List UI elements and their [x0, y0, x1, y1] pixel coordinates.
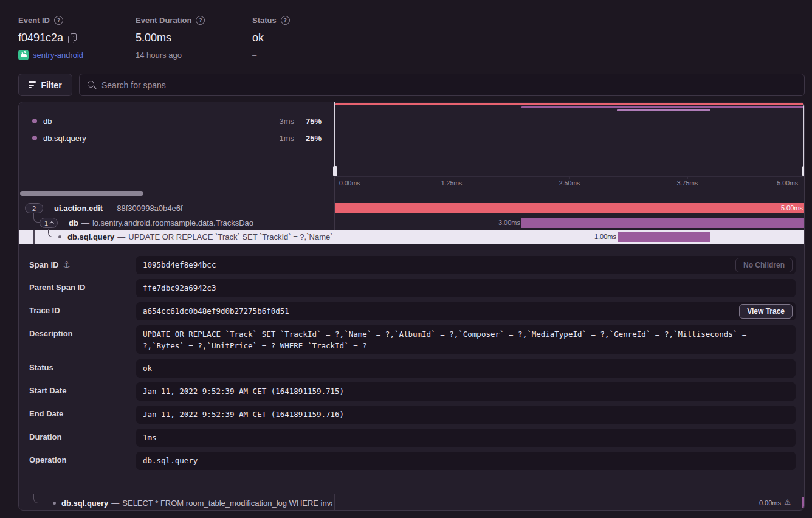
operation-value: db.sql.query	[143, 456, 198, 465]
event-id-value-row: f0491c2a	[18, 31, 83, 44]
legend-dot-icon	[32, 119, 37, 123]
span-bar-duration: 5.00ms	[781, 203, 803, 213]
legend-duration: 1ms	[252, 134, 294, 143]
android-platform-icon	[18, 50, 29, 60]
tree-connector-elbow	[33, 494, 52, 503]
span-desc: 88f300998a0b4e6f	[117, 204, 182, 213]
detail-label-duration: Duration	[29, 432, 61, 441]
span-op: db	[69, 218, 78, 227]
scroll-row-border	[19, 187, 805, 187]
badge-count: 2	[32, 205, 36, 212]
event-id-label: Event ID	[18, 15, 83, 26]
span-search	[79, 74, 805, 96]
minimap-span-db-sql-query	[617, 109, 710, 111]
axis-label-0: 0.00ms	[339, 179, 360, 187]
warning-icon: ⚠	[784, 498, 791, 506]
trace-view-panel: db 3ms 75% db.sql.query 1ms 25% 0.00ms 1…	[18, 102, 805, 511]
detail-label-text: Span ID	[29, 260, 58, 269]
detail-label-text: Duration	[29, 432, 61, 441]
detail-label-description: Description	[29, 329, 73, 338]
search-input[interactable]	[102, 80, 797, 90]
end-date-value: Jan 11, 2022 9:52:39 AM CET (1641891159.…	[143, 410, 344, 419]
span-dot-icon	[53, 502, 56, 505]
horizontal-scrollbar[interactable]	[20, 191, 143, 196]
span-row-db[interactable]: 1 db — io.sentry.android.roomsample.data…	[19, 215, 805, 230]
span-detail-page: Event ID f0491c2a sentry-android Event D…	[0, 0, 812, 518]
legend-duration: 3ms	[252, 117, 294, 126]
tree-connector	[33, 230, 35, 244]
event-id-value: f0491c2a	[18, 32, 63, 44]
status-value: ok	[252, 32, 264, 44]
event-id-label-text: Event ID	[18, 16, 50, 25]
minimap-span-db	[521, 106, 804, 108]
span-row-db-sql-query-select[interactable]: db.sql.query — SELECT * FROM room_table_…	[19, 494, 805, 511]
detail-label-text: Start Date	[29, 386, 66, 395]
parent-span-id-value: ffe7dbc92a6942c3	[143, 283, 216, 292]
status-label: Status	[252, 15, 290, 26]
detail-label-text: Operation	[29, 455, 66, 464]
anchor-icon[interactable]: ⚓	[63, 260, 71, 269]
view-trace-button[interactable]: View Trace	[739, 304, 793, 319]
event-duration-label: Event Duration	[136, 15, 205, 26]
legend-op: db.sql.query	[43, 134, 86, 143]
copy-icon[interactable]	[68, 33, 76, 43]
project-link[interactable]: sentry-android	[33, 50, 83, 60]
status-sub: –	[252, 50, 256, 60]
span-op: ui.action.edit	[54, 204, 103, 213]
tree-connector-elbow	[48, 229, 57, 237]
detail-label-text: Trace ID	[29, 306, 60, 315]
filter-button[interactable]: Filter	[18, 74, 72, 96]
detail-label-span-id: Span ID ⚓	[29, 260, 71, 269]
dash-separator: —	[111, 499, 119, 508]
minimap-span-ui-action-edit	[335, 103, 804, 105]
legend-item-db[interactable]: db 3ms 75%	[19, 112, 334, 130]
span-row-ui-action-edit[interactable]: 2 ui.action.edit — 88f300998a0b4e6f 5.00…	[19, 201, 805, 215]
detail-value-duration: 1ms	[136, 429, 796, 447]
description-value: UPDATE OR REPLACE `Track` SET `TrackId` …	[143, 330, 746, 350]
dash-separator: —	[81, 218, 89, 227]
legend-percent: 25%	[295, 134, 322, 143]
span-op: db.sql.query	[61, 499, 108, 508]
axis-label-3: 3.75ms	[672, 179, 703, 187]
event-duration-label-text: Event Duration	[136, 16, 191, 25]
detail-label-end-date: End Date	[29, 409, 63, 418]
minimap-right-grip[interactable]	[802, 166, 805, 176]
detail-label-trace-id: Trace ID	[29, 306, 60, 315]
status-label-text: Status	[252, 16, 277, 25]
status-detail-value: ok	[143, 364, 152, 373]
span-row-db-sql-query-selected[interactable]: db.sql.query — UPDATE OR REPLACE `Track`…	[19, 230, 805, 244]
minimap-left-handle[interactable]	[334, 102, 335, 176]
help-icon[interactable]	[281, 16, 290, 25]
detail-value-start-date: Jan 11, 2022 9:52:39 AM CET (1641891159.…	[136, 382, 796, 401]
detail-label-operation: Operation	[29, 455, 66, 464]
axis-label-2: 2.50ms	[554, 179, 585, 187]
status-block: Status ok –	[252, 15, 290, 60]
legend-dot-icon	[32, 136, 37, 140]
dash-separator: —	[106, 204, 114, 213]
event-duration-block: Event Duration 5.00ms 14 hours ago	[136, 15, 205, 60]
event-duration-value: 5.00ms	[136, 32, 171, 44]
span-duration-label: 0.00ms	[759, 498, 781, 508]
event-duration-ago: 14 hours ago	[136, 50, 182, 60]
children-count-badge[interactable]: 2	[25, 203, 43, 213]
detail-label-text: Description	[29, 329, 73, 338]
expand-collapse-badge[interactable]: 1	[40, 218, 58, 228]
detail-value-status: ok	[136, 359, 796, 378]
help-icon[interactable]	[196, 16, 205, 25]
dash-separator: —	[117, 232, 125, 241]
span-op: db.sql.query	[67, 232, 114, 241]
no-children-button[interactable]: No Children	[735, 258, 793, 272]
span-desc: SELECT * FROM room_table_modification_lo…	[122, 499, 332, 508]
detail-value-span-id: 1095bd4ef8e94bcc No Children	[136, 256, 796, 274]
minimap-left-grip[interactable]	[333, 166, 337, 176]
project-row: sentry-android	[18, 49, 83, 60]
legend-op: db	[43, 117, 52, 126]
duration-value: 1ms	[143, 433, 157, 442]
span-duration-label: 1.00ms	[594, 232, 616, 242]
span-bar-db-sql-query	[618, 232, 710, 242]
span-desc: io.sentry.android.roomsample.data.Tracks…	[92, 218, 253, 227]
legend-item-db-sql-query[interactable]: db.sql.query 1ms 25%	[19, 130, 334, 147]
detail-value-trace-id: a654cc61dc0b48ef9d0b27275b6f0d51 View Tr…	[136, 302, 796, 320]
help-icon[interactable]	[54, 16, 63, 25]
minimap-right-handle[interactable]	[803, 102, 805, 176]
